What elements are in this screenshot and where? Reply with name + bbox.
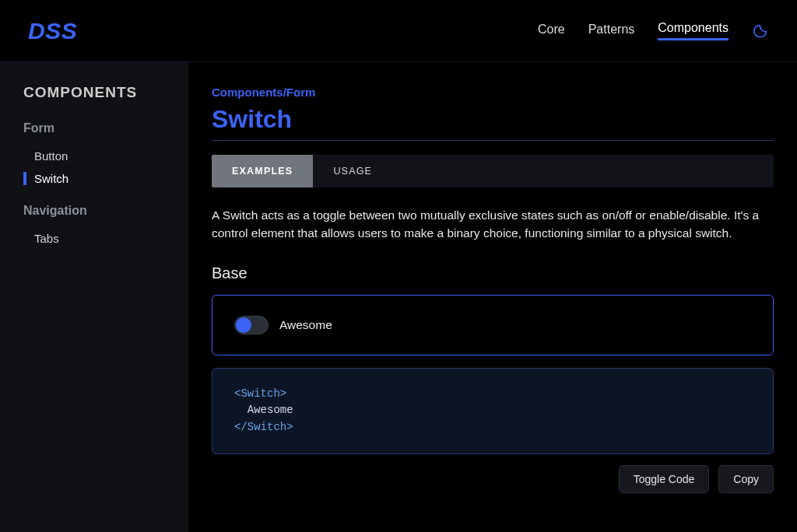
- toggle-code-button[interactable]: Toggle Code: [619, 465, 710, 493]
- code-close-tag: Switch: [248, 421, 286, 433]
- code-open-tag: Switch: [241, 387, 279, 400]
- code-inner-text: Awesome: [248, 404, 293, 416]
- sidebar-group-form: Form: [23, 121, 165, 135]
- copy-button[interactable]: Copy: [718, 465, 774, 493]
- demo-box: Awesome: [212, 295, 774, 355]
- switch-toggle[interactable]: [234, 316, 269, 334]
- sidebar-group-navigation: Navigation: [23, 204, 165, 218]
- moon-icon[interactable]: [752, 23, 769, 40]
- switch-label: Awesome: [279, 318, 332, 332]
- app-body: COMPONENTS Form Button Switch Navigation…: [0, 62, 797, 532]
- sidebar-item-label: Switch: [34, 172, 68, 185]
- sidebar-item-button[interactable]: Button: [23, 145, 165, 167]
- sidebar-item-tabs[interactable]: Tabs: [23, 227, 165, 250]
- page-title: Switch: [212, 105, 774, 134]
- tab-usage[interactable]: USAGE: [313, 155, 392, 187]
- sidebar-item-label: Button: [34, 149, 68, 163]
- nav-components[interactable]: Components: [658, 21, 729, 40]
- title-rule: [212, 140, 774, 141]
- action-row: Toggle Code Copy: [212, 465, 774, 493]
- app-header: DSS Core Patterns Components: [0, 0, 797, 62]
- sidebar: COMPONENTS Form Button Switch Navigation…: [0, 62, 188, 532]
- breadcrumb[interactable]: Components/Form: [212, 86, 774, 99]
- component-description: A Switch acts as a toggle between two mu…: [212, 206, 772, 243]
- sidebar-item-switch[interactable]: Switch: [23, 167, 165, 190]
- nav-patterns[interactable]: Patterns: [588, 23, 635, 40]
- content-tabs: EXAMPLES USAGE: [212, 155, 774, 187]
- top-nav: Core Patterns Components: [538, 21, 769, 40]
- switch-knob-icon: [236, 317, 251, 333]
- nav-core[interactable]: Core: [538, 23, 565, 40]
- logo[interactable]: DSS: [28, 18, 77, 44]
- sidebar-heading: COMPONENTS: [23, 84, 165, 101]
- section-title: Base: [212, 264, 774, 282]
- main-content: Components/Form Switch EXAMPLES USAGE A …: [188, 62, 797, 532]
- tab-examples[interactable]: EXAMPLES: [212, 155, 313, 187]
- sidebar-item-label: Tabs: [34, 232, 59, 245]
- code-block: <Switch> Awesome </Switch>: [212, 368, 774, 454]
